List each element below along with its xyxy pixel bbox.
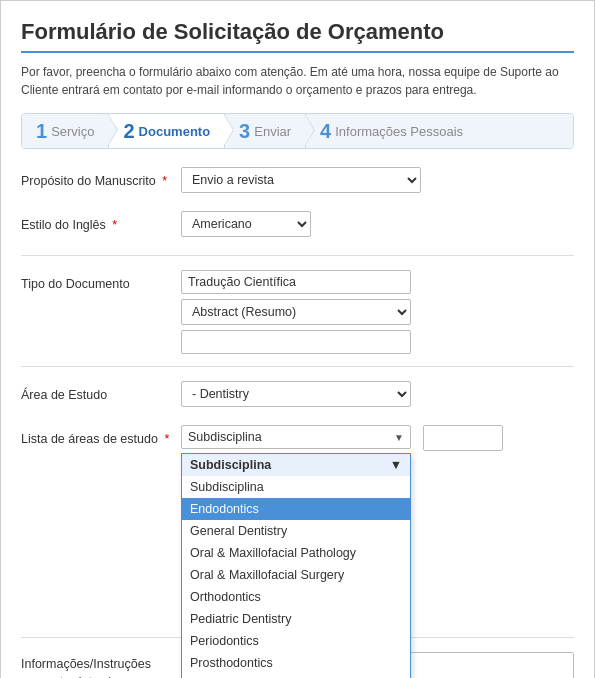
step-2-number: 2 [123, 121, 134, 141]
area-row: Área de Estudo - Dentistry - Medicine - … [21, 381, 574, 413]
subdisciplina-option-endodontics[interactable]: Endodontics [182, 498, 410, 520]
lista-control: Subdisciplina ▼ Subdisciplina ▼ Subdisci… [181, 425, 574, 451]
proposito-required: * [162, 174, 167, 188]
step-4-label: Informações Pessoais [335, 124, 463, 139]
step-4-number: 4 [320, 121, 331, 141]
step-4[interactable]: 4 Informações Pessoais [306, 114, 573, 148]
subdisciplina-option-ortho[interactable]: Orthodontics [182, 586, 410, 608]
proposito-select[interactable]: Envio a revista Publicação em congresso … [181, 167, 421, 193]
tipo-select[interactable]: Abstract (Resumo) Artigo Tese Monografia [181, 299, 411, 325]
area-control: - Dentistry - Medicine - Biology - Other [181, 381, 574, 407]
subdisciplina-option-prosth[interactable]: Prosthodontics [182, 652, 410, 674]
proposito-row: Propósito do Manuscrito * Envio a revist… [21, 167, 574, 199]
page-wrapper: Formulário de Solicitação de Orçamento P… [0, 0, 595, 678]
step-3-label: Enviar [254, 124, 291, 139]
estilo-control: Americano Britânico [181, 211, 574, 237]
lista-row: Lista de áreas de estudo * Subdisciplina… [21, 425, 574, 457]
subdisciplina-arrow: ▼ [394, 432, 404, 443]
area-select[interactable]: - Dentistry - Medicine - Biology - Other [181, 381, 411, 407]
estilo-row: Estilo do Inglês * Americano Britânico [21, 211, 574, 243]
tipo-row: Tipo do Documento Abstract (Resumo) Arti… [21, 270, 574, 354]
step-2-label: Documento [139, 124, 211, 139]
subdisciplina-option-subdisciplina[interactable]: Subdisciplina [182, 476, 410, 498]
estilo-select[interactable]: Americano Britânico [181, 211, 311, 237]
step-1-label: Serviço [51, 124, 94, 139]
subdisciplina-select-top[interactable]: Subdisciplina ▼ [181, 425, 411, 449]
subdisciplina-option-peds[interactable]: Pediatric Dentistry [182, 608, 410, 630]
page-title: Formulário de Solicitação de Orçamento [21, 19, 574, 53]
tipo-text-input[interactable] [181, 270, 411, 294]
lista-extra-input[interactable] [423, 425, 503, 451]
subdisciplina-list: Subdisciplina ▼ Subdisciplina Endodontic… [181, 453, 411, 678]
area-label: Área de Estudo [21, 381, 181, 405]
subdisciplina-option-general[interactable]: General Dentistry [182, 520, 410, 542]
steps-nav: 1 Serviço 2 Documento 3 Enviar 4 Informa… [21, 113, 574, 149]
step-3-arrow-inner [305, 115, 314, 145]
form-section: Propósito do Manuscrito * Envio a revist… [21, 167, 574, 678]
tipo-extra-input[interactable] [181, 330, 411, 354]
subdisciplina-header-arrow: ▼ [390, 458, 402, 472]
step-2[interactable]: 2 Documento [109, 114, 225, 148]
lista-required: * [164, 432, 169, 446]
subdisciplina-header-label: Subdisciplina [190, 458, 271, 472]
divider-2 [21, 366, 574, 367]
subdisciplina-dropdown: Subdisciplina ▼ Subdisciplina ▼ Subdisci… [181, 425, 411, 449]
step-1[interactable]: 1 Serviço [22, 114, 109, 148]
lista-label: Lista de áreas de estudo * [21, 425, 181, 449]
proposito-control: Envio a revista Publicação em congresso … [181, 167, 574, 193]
informacoes-label: Informações/Instruções para o tradutor (… [21, 652, 181, 678]
divider-1 [21, 255, 574, 256]
step-1-arrow-inner [108, 115, 117, 145]
tipo-label: Tipo do Documento [21, 270, 181, 294]
step-3-number: 3 [239, 121, 250, 141]
estilo-required: * [112, 218, 117, 232]
subdisciplina-option-other[interactable]: Other [182, 674, 410, 678]
estilo-label: Estilo do Inglês * [21, 211, 181, 235]
proposito-label: Propósito do Manuscrito * [21, 167, 181, 191]
subdisciplina-header[interactable]: Subdisciplina ▼ [182, 454, 410, 476]
subdisciplina-option-oral-surg[interactable]: Oral & Maxillofacial Surgery [182, 564, 410, 586]
step-2-arrow-inner [224, 115, 233, 145]
subdisciplina-option-perio[interactable]: Periodontics [182, 630, 410, 652]
subdisciplina-selected-label: Subdisciplina [188, 430, 262, 444]
step-1-number: 1 [36, 121, 47, 141]
tipo-control: Abstract (Resumo) Artigo Tese Monografia [181, 270, 574, 354]
subdisciplina-option-oral-path[interactable]: Oral & Maxillofacial Pathology [182, 542, 410, 564]
page-description: Por favor, preencha o formulário abaixo … [21, 63, 574, 99]
step-3[interactable]: 3 Enviar [225, 114, 306, 148]
lista-dropdown-area: Subdisciplina ▼ Subdisciplina ▼ Subdisci… [181, 425, 574, 451]
